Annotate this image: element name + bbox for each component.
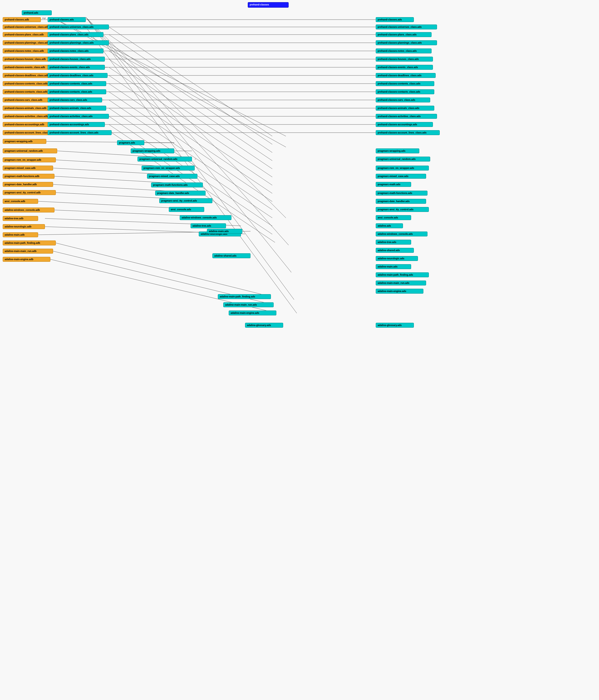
node-r_adaline_windows_console_ads: adaline-windows_console.ads <box>376 231 427 236</box>
node-r_adaline_neurologic_ads: adaline-neurologic.ads <box>376 256 418 261</box>
node-r_pragmarc_mixed_case_ads: pragmarc-mixed_case.ads <box>376 174 426 179</box>
node-r_adaline_main_main_run_ads: adaline-main-main_run.ads <box>376 280 426 285</box>
svg-line-76 <box>86 17 286 218</box>
node-r_pragmarc_rem_nn_wrapper_ads: pragmarc-rem_nn_wrapper.ads <box>376 166 429 171</box>
node-r_prehand_classes_deadlines_class_ads: prehand-classes-deadlines_class.ads <box>376 73 436 78</box>
node-r_pragmarc_ansi_tty_control_ads: pragmarc-ansi_tty_control.ads <box>376 207 429 212</box>
node-prehand_classes_plans_class_ads: prehand-classes-plans_class.ads <box>48 32 103 37</box>
node-prehand_classes_notes_class_ads: prehand-classes-notes_class.ads <box>48 49 103 53</box>
svg-line-73 <box>56 243 271 297</box>
node-r_prehand_classes_notes_class_ads: prehand-classes-notes_class.ads <box>376 49 432 53</box>
node-pragmarc_mixed_case_adb: pragmarc-mixed_case.adb <box>3 166 53 171</box>
node-adaline_glossary_ads: adaline-glossary.ads <box>245 323 283 328</box>
node-adaline_shared_ads: adaline-shared.ads <box>212 253 251 258</box>
svg-line-78 <box>86 17 291 272</box>
node-pragmars_ads_r: pragmars.ads <box>117 140 144 145</box>
node-pragmarc_wrapping_ads: pragmarc-wrapping.ads <box>131 148 174 153</box>
node-pragmarc_ansi_tty_control_ads: pragmarc-ansi_tty_control.ads <box>159 198 212 203</box>
node-r_prehand_classes_animals_class_ads: prehand-classes-animals_class.ads <box>376 106 434 110</box>
node-prehand_classes_deadlines_class_ads: prehand-classes-deadlines_class.ads <box>48 73 108 78</box>
node-adaline_windows_console_adb: adaline-windows_console.adb <box>3 207 54 212</box>
node-pragmarc_universal_random_ads: pragmarc-universal_random.ads <box>137 157 192 161</box>
node-adaline_main_main_run_ads: adaline-main-main_run.ads <box>223 302 274 307</box>
node-prehand_classes_cars_class_ads: prehand-classes-cars_class.ads <box>48 98 102 102</box>
node-adaline_main_engine_adb: adaline-main-engine.adb <box>3 257 50 262</box>
node-r_adaline_main_path_finding_ads: adaline-main-path_finding.ads <box>376 272 429 277</box>
node-r_prehand_classes_universes_class_ads: prehand-classes-universes_class.ads <box>376 25 437 29</box>
node-prehand_classes_adb: prehand-classes.adb <box>3 17 41 22</box>
node-prehand_ads: prehand.ads <box>22 10 52 15</box>
node-r_pragmarc_wrapping_ads: pragmarc-wrapping.ads <box>376 148 419 153</box>
node-pragmarc_universal_random_adb: pragmarc-universal_random.adb <box>3 148 57 153</box>
node-pragmarc_rem_nn_wrapper_adb: pragmarc-rem_nn_wrapper.adb <box>3 157 56 162</box>
node-adaline_main_ads: adaline-main.ads <box>207 229 242 234</box>
node-r_adaline_shared_ads: adaline-shared.ads <box>376 248 414 253</box>
node-r_adaline_glossary_ads: adaline-glossary.ads <box>376 323 414 328</box>
node-r_prehand_classes_houses_class_ads: prehand-classes-houses_class.ads <box>376 57 433 61</box>
node-r_pragmarc_universal_random_ads: pragmarc-universal_random.ads <box>376 157 430 161</box>
node-r_prehand_classes_accountings_ads: prehand-classes-accountings.ads <box>376 122 433 127</box>
node-adaline_main_main_run_adb: adaline-main-main_run.adb <box>3 249 53 254</box>
node-r_prehand_classes_ads: prehand-classes.ads <box>376 17 414 22</box>
node-pragmarc_mixed_case_ads: pragmarc-mixed_case.ads <box>147 174 198 179</box>
node-prehand_classes_contacts_class_ads: prehand-classes-contacts_class.ads <box>48 89 106 94</box>
node-prehand_classes_accountings_ads: prehand-classes-accountings.ads <box>48 122 105 127</box>
dependency-edges: impl impl impl impl impl impl impl impl … <box>0 0 599 700</box>
node-r_pragmarc_math_functions_ads: pragmarc-math-functions.ads <box>376 191 427 196</box>
node-pragmarc_date_handler_adb: pragmarc-date_handler.adb <box>3 182 53 187</box>
svg-line-47 <box>109 27 272 136</box>
node-n_title: prehand-classes <box>248 2 289 8</box>
node-r_prehand_classes_activities_class_ads: prehand-classes-activities_class.ads <box>376 114 437 119</box>
node-r_adaline_main_ads: adaline-main.ads <box>376 264 411 269</box>
node-r_prehand_classes_account_lines_class_ads: prehand-classes-account_lines_class.ads <box>376 130 440 135</box>
node-pragmarc_ansi_tty_control_adb: pragmarc-ansi_tty_control.adb <box>3 190 56 195</box>
node-prehand_classes_activities_class_ads: prehand-classes-activities_class.ads <box>48 114 109 119</box>
node-adaline_main_path_finding_adb: adaline-main-path_finding.adb <box>3 241 56 245</box>
svg-line-49 <box>109 43 272 152</box>
node-r_pragmarc_date_handler_ads: pragmarc-date_handler.ads <box>376 199 426 204</box>
node-adaline_main_engine_ads: adaline-main-engine.ads <box>229 310 276 316</box>
node-r_prehand_classes_events_class_ads: prehand-classes-events_class.ads <box>376 65 433 70</box>
node-pragmarc_math_functions_ads: pragmarc-math-functions.ads <box>151 182 203 188</box>
node-prehand_classes_houses_class_ads: prehand-classes-houses_class.ads <box>48 57 105 61</box>
node-r_prehand_classes_contacts_class_ads: prehand-classes-contacts_class.ads <box>376 89 434 94</box>
node-prehand_classes_plannings_class_ads: prehand-classes-plannings_class.ads <box>48 40 109 45</box>
node-r_adaline_ads: adaline.ads <box>376 223 403 228</box>
node-prehand_classes_events_class_ads: prehand-classes-events_class.ads <box>48 65 105 70</box>
node-prehand_classes_ads: prehand-classes.ads <box>48 17 86 22</box>
node-ansi_console_adb: ansi_console.adb <box>3 199 38 204</box>
graph-container: impl impl impl impl impl impl impl impl … <box>0 0 599 700</box>
node-adaline_main_adb: adaline-main.adb <box>3 232 38 237</box>
node-pragmarc_rem_nn_wrapper_ads: pragmarc-rem_nn_wrapper.ads <box>141 166 195 171</box>
node-prehand_classes_animals_class_ads: prehand-classes-animals_class.ads <box>48 106 106 110</box>
node-adaline_neurologic_adb: adaline-neurologic.adb <box>3 224 45 229</box>
svg-text:impl: impl <box>42 17 46 19</box>
node-r_ansi_console_ads: ansi_console.ads <box>376 215 411 220</box>
node-prehand_classes_contents_class_ads: prehand-classes-contents_class.ads <box>48 81 106 86</box>
node-adaline_windows_console_ads: adaline-windows_console.ads <box>180 215 231 220</box>
node-r_prehand_classes_plans_class_ads: prehand-classes-plans_class.ads <box>376 32 432 37</box>
node-r_prehand_classes_plannings_class_ads: prehand-classes-plannings_class.ads <box>376 40 437 45</box>
node-ansi_console_ads: ansi_console.ads <box>169 207 204 212</box>
node-adaline_tree_ads: adaline-tree.ads <box>190 223 226 228</box>
node-adaline_main_path_finding_ads: adaline-main-path_finding.ads <box>218 294 271 299</box>
node-prehand_classes_account_lines_class_ads: prehand-classes-account_lines_class.ads <box>48 130 112 135</box>
node-r_prehand_classes_contents_class_ads: prehand-classes-contents_class.ads <box>376 81 434 86</box>
node-r_prehand_classes_cars_class_ads: prehand-classes-cars_class.ads <box>376 98 430 102</box>
node-r_adaline_tree_ads: adaline-tree.ads <box>376 240 411 245</box>
node-pragmarc_date_handler_ads: pragmarc-date_handler.ads <box>155 191 206 196</box>
node-r_adaline_main_engine_ads: adaline-main-engine.ads <box>376 289 423 294</box>
node-pragmarc_math_functions_adb: pragmarc-math-functions.adb <box>3 174 54 179</box>
node-prehand_classes_universes_class_ads: prehand-classes-universes_class.ads <box>48 25 109 29</box>
svg-line-61 <box>41 141 174 143</box>
node-adaline_tree_adb: adaline-tree.adb <box>3 216 38 221</box>
node-r_pragmarc_math_ads: pragmarc-math.ads <box>376 182 411 187</box>
node-pragmarc_wrapping_adb: pragmarc-wrapping.adb <box>3 139 46 144</box>
svg-line-48 <box>109 34 272 144</box>
